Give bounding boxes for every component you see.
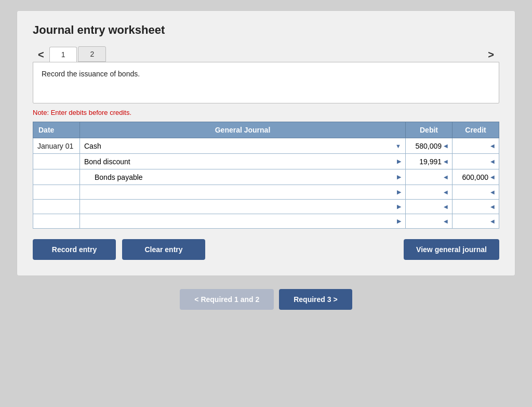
table-row-credit-5[interactable]: ◀ (453, 214, 499, 229)
table-row-journal-1[interactable]: Bond discount▶ (80, 154, 406, 169)
row-arrow-icon-5: ▶ (397, 218, 401, 225)
instruction-text: Record the issuance of bonds. (42, 70, 140, 78)
debit-arrow-icon-5: ◀ (444, 218, 448, 224)
btn-row: Record entry Clear entry View general jo… (33, 239, 499, 260)
table-row-credit-0[interactable]: ◀ (453, 138, 499, 154)
table-row-journal-0[interactable]: Cash▼ (80, 138, 406, 154)
credit-arrow-icon-4: ◀ (490, 204, 495, 209)
table-row-date-3 (33, 185, 80, 200)
table-row-credit-4[interactable]: ◀ (453, 200, 499, 214)
table-row-debit-0[interactable]: 580,009◀ (406, 138, 453, 154)
table-row-debit-5[interactable]: ◀ (406, 214, 453, 229)
col-general-journal: General Journal (80, 122, 406, 138)
nav-next-button[interactable]: > (483, 47, 499, 62)
nav-prev-button[interactable]: < (33, 47, 49, 62)
table-row-journal-4: ▶ (80, 200, 406, 214)
table-row-journal-2[interactable]: Bonds payable▶ (80, 169, 406, 185)
table-row-date-0: January 01 (33, 138, 80, 154)
required-1-2-button[interactable]: < Required 1 and 2 (180, 289, 274, 310)
table-row-debit-3[interactable]: ◀ (406, 185, 453, 200)
instruction-box: Record the issuance of bonds. (33, 62, 499, 103)
table-row-debit-4[interactable]: ◀ (406, 200, 453, 214)
table-row-debit-1[interactable]: 19,991◀ (406, 154, 453, 169)
credit-arrow-icon-5: ◀ (490, 218, 495, 224)
debit-arrow-icon-3: ◀ (444, 189, 448, 195)
page-title: Journal entry worksheet (33, 23, 499, 37)
credit-arrow-icon-3: ◀ (490, 189, 495, 195)
tabs-row: < 1 2 > (33, 46, 499, 62)
debit-arrow-icon-0: ◀ (444, 143, 448, 149)
credit-arrow-icon-2: ◀ (490, 174, 495, 180)
table-row-journal-5: ▶ (80, 214, 406, 229)
credit-arrow-icon-1: ◀ (490, 159, 495, 164)
table-row-date-2 (33, 169, 80, 185)
debit-arrow-icon-4: ◀ (444, 204, 448, 209)
journal-text-0: Cash (84, 142, 393, 150)
col-credit: Credit (453, 122, 499, 138)
table-row-date-1 (33, 154, 80, 169)
dropdown-arrow-icon-0[interactable]: ▼ (393, 143, 401, 149)
credit-arrow-icon-0: ◀ (490, 143, 495, 149)
table-row-credit-1[interactable]: ◀ (453, 154, 499, 169)
note-text: Note: Enter debits before credits. (33, 109, 499, 116)
main-card: Journal entry worksheet < 1 2 > Record t… (17, 10, 515, 276)
clear-entry-button[interactable]: Clear entry (122, 239, 205, 260)
debit-arrow-icon-2: ◀ (444, 174, 448, 180)
row-arrow-icon-3: ▶ (397, 189, 401, 195)
bottom-nav: < Required 1 and 2 Required 3 > (17, 289, 515, 310)
required-3-button[interactable]: Required 3 > (279, 289, 352, 310)
table-row-date-5 (33, 214, 80, 229)
table-row-credit-2[interactable]: 600,000◀ (453, 169, 499, 185)
journal-table: Date General Journal Debit Credit Januar… (33, 122, 499, 229)
table-row-credit-3[interactable]: ◀ (453, 185, 499, 200)
view-general-journal-button[interactable]: View general journal (404, 239, 499, 260)
debit-arrow-icon-1: ◀ (444, 159, 448, 164)
col-date: Date (33, 122, 80, 138)
journal-text-2: Bonds payable (84, 173, 397, 181)
table-row-date-4 (33, 200, 80, 214)
tab-1[interactable]: 1 (49, 47, 77, 62)
tab-2[interactable]: 2 (78, 46, 106, 62)
col-debit: Debit (406, 122, 453, 138)
journal-text-1: Bond discount (84, 157, 397, 166)
row-arrow-icon-4: ▶ (397, 203, 401, 210)
row-arrow-icon-1: ▶ (397, 158, 401, 165)
table-row-debit-2[interactable]: ◀ (406, 169, 453, 185)
table-row-journal-3: ▶ (80, 185, 406, 200)
record-entry-button[interactable]: Record entry (33, 239, 116, 260)
row-arrow-icon-2: ▶ (397, 174, 401, 180)
